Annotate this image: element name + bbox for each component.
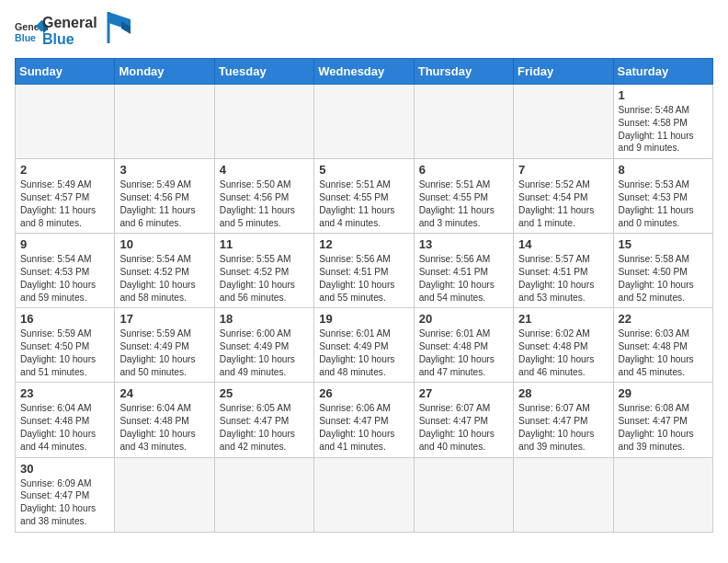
day-info: Sunrise: 6:04 AM Sunset: 4:48 PM Dayligh… xyxy=(20,402,109,453)
day-number: 13 xyxy=(419,237,508,251)
logo-blue-text: Blue xyxy=(42,31,97,48)
day-number: 5 xyxy=(319,163,408,177)
day-number: 21 xyxy=(518,312,608,326)
day-number: 14 xyxy=(518,237,608,251)
day-info: Sunrise: 6:08 AM Sunset: 4:47 PM Dayligh… xyxy=(619,402,708,453)
table-row: 30Sunrise: 6:09 AM Sunset: 4:47 PM Dayli… xyxy=(16,457,115,532)
day-info: Sunrise: 6:01 AM Sunset: 4:48 PM Dayligh… xyxy=(419,327,508,378)
day-number: 27 xyxy=(419,386,508,400)
day-number: 6 xyxy=(419,163,508,177)
day-number: 29 xyxy=(619,386,708,400)
day-info: Sunrise: 5:55 AM Sunset: 4:52 PM Dayligh… xyxy=(220,253,309,304)
table-row xyxy=(115,85,214,159)
table-row xyxy=(414,457,513,532)
day-info: Sunrise: 6:09 AM Sunset: 4:47 PM Dayligh… xyxy=(20,477,109,528)
day-number: 8 xyxy=(619,163,708,177)
day-info: Sunrise: 6:02 AM Sunset: 4:48 PM Dayligh… xyxy=(518,327,608,378)
table-row: 1Sunrise: 5:48 AM Sunset: 4:58 PM Daylig… xyxy=(613,85,712,159)
table-row xyxy=(613,457,712,532)
day-number: 15 xyxy=(619,237,708,251)
day-info: Sunrise: 5:59 AM Sunset: 4:50 PM Dayligh… xyxy=(20,327,109,378)
table-row: 6Sunrise: 5:51 AM Sunset: 4:55 PM Daylig… xyxy=(414,159,513,234)
table-row xyxy=(514,457,613,532)
day-info: Sunrise: 5:58 AM Sunset: 4:50 PM Dayligh… xyxy=(619,253,708,304)
day-number: 23 xyxy=(20,386,109,400)
day-number: 10 xyxy=(119,237,209,251)
day-info: Sunrise: 5:56 AM Sunset: 4:51 PM Dayligh… xyxy=(319,253,408,304)
col-wednesday: Wednesday xyxy=(314,59,414,85)
calendar-week-row: 16Sunrise: 5:59 AM Sunset: 4:50 PM Dayli… xyxy=(16,308,713,383)
table-row: 23Sunrise: 6:04 AM Sunset: 4:48 PM Dayli… xyxy=(16,383,115,457)
day-info: Sunrise: 5:52 AM Sunset: 4:54 PM Dayligh… xyxy=(518,178,608,229)
table-row: 16Sunrise: 5:59 AM Sunset: 4:50 PM Dayli… xyxy=(16,308,115,383)
table-row: 17Sunrise: 5:59 AM Sunset: 4:49 PM Dayli… xyxy=(115,308,214,383)
day-info: Sunrise: 6:07 AM Sunset: 4:47 PM Dayligh… xyxy=(518,402,608,453)
table-row: 10Sunrise: 5:54 AM Sunset: 4:52 PM Dayli… xyxy=(115,234,214,308)
day-info: Sunrise: 6:00 AM Sunset: 4:49 PM Dayligh… xyxy=(220,327,309,378)
table-row: 26Sunrise: 6:06 AM Sunset: 4:47 PM Dayli… xyxy=(314,383,414,457)
day-info: Sunrise: 5:54 AM Sunset: 4:53 PM Dayligh… xyxy=(20,253,109,304)
table-row: 22Sunrise: 6:03 AM Sunset: 4:48 PM Dayli… xyxy=(613,308,712,383)
day-number: 9 xyxy=(20,237,109,251)
day-number: 11 xyxy=(220,237,309,251)
day-number: 4 xyxy=(220,163,309,177)
table-row: 24Sunrise: 6:04 AM Sunset: 4:48 PM Dayli… xyxy=(115,383,214,457)
table-row: 27Sunrise: 6:07 AM Sunset: 4:47 PM Dayli… xyxy=(414,383,513,457)
logo-general-text: General xyxy=(42,15,97,31)
table-row: 11Sunrise: 5:55 AM Sunset: 4:52 PM Dayli… xyxy=(214,234,313,308)
day-info: Sunrise: 5:51 AM Sunset: 4:55 PM Dayligh… xyxy=(319,178,408,229)
day-number: 26 xyxy=(319,386,408,400)
day-number: 24 xyxy=(119,386,209,400)
table-row: 25Sunrise: 6:05 AM Sunset: 4:47 PM Dayli… xyxy=(214,383,313,457)
calendar-week-row: 30Sunrise: 6:09 AM Sunset: 4:47 PM Dayli… xyxy=(16,457,713,532)
day-info: Sunrise: 5:59 AM Sunset: 4:49 PM Dayligh… xyxy=(119,327,209,378)
table-row: 15Sunrise: 5:58 AM Sunset: 4:50 PM Dayli… xyxy=(613,234,712,308)
calendar-week-row: 1Sunrise: 5:48 AM Sunset: 4:58 PM Daylig… xyxy=(16,85,713,159)
table-row: 2Sunrise: 5:49 AM Sunset: 4:57 PM Daylig… xyxy=(16,159,115,234)
day-number: 30 xyxy=(20,462,109,476)
table-row: 13Sunrise: 5:56 AM Sunset: 4:51 PM Dayli… xyxy=(414,234,513,308)
table-row: 8Sunrise: 5:53 AM Sunset: 4:53 PM Daylig… xyxy=(613,159,712,234)
day-info: Sunrise: 5:56 AM Sunset: 4:51 PM Dayligh… xyxy=(419,253,508,304)
table-row xyxy=(16,85,115,159)
col-friday: Friday xyxy=(514,59,613,85)
table-row: 19Sunrise: 6:01 AM Sunset: 4:49 PM Dayli… xyxy=(314,308,414,383)
table-row xyxy=(214,85,313,159)
col-monday: Monday xyxy=(115,59,214,85)
col-sunday: Sunday xyxy=(16,59,115,85)
table-row: 12Sunrise: 5:56 AM Sunset: 4:51 PM Dayli… xyxy=(314,234,414,308)
day-info: Sunrise: 6:03 AM Sunset: 4:48 PM Dayligh… xyxy=(619,327,708,378)
table-row xyxy=(314,457,414,532)
col-saturday: Saturday xyxy=(613,59,712,85)
logo: General Blue General Blue xyxy=(15,15,131,47)
table-row: 29Sunrise: 6:08 AM Sunset: 4:47 PM Dayli… xyxy=(613,383,712,457)
table-row: 18Sunrise: 6:00 AM Sunset: 4:49 PM Dayli… xyxy=(214,308,313,383)
table-row xyxy=(414,85,513,159)
calendar-header-row: Sunday Monday Tuesday Wednesday Thursday… xyxy=(16,59,713,85)
page-header: General Blue General Blue xyxy=(15,15,713,47)
day-number: 25 xyxy=(220,386,309,400)
day-info: Sunrise: 5:54 AM Sunset: 4:52 PM Dayligh… xyxy=(119,253,209,304)
day-number: 28 xyxy=(518,386,608,400)
day-info: Sunrise: 6:06 AM Sunset: 4:47 PM Dayligh… xyxy=(319,402,408,453)
table-row: 5Sunrise: 5:51 AM Sunset: 4:55 PM Daylig… xyxy=(314,159,414,234)
col-thursday: Thursday xyxy=(414,59,513,85)
day-number: 17 xyxy=(119,312,209,326)
day-number: 22 xyxy=(619,312,708,326)
logo-flag-icon xyxy=(105,12,131,43)
day-info: Sunrise: 5:49 AM Sunset: 4:57 PM Dayligh… xyxy=(20,178,109,229)
table-row: 21Sunrise: 6:02 AM Sunset: 4:48 PM Dayli… xyxy=(514,308,613,383)
day-info: Sunrise: 5:57 AM Sunset: 4:51 PM Dayligh… xyxy=(518,253,608,304)
day-number: 16 xyxy=(20,312,109,326)
day-info: Sunrise: 5:50 AM Sunset: 4:56 PM Dayligh… xyxy=(220,178,309,229)
table-row xyxy=(314,85,414,159)
day-info: Sunrise: 5:51 AM Sunset: 4:55 PM Dayligh… xyxy=(419,178,508,229)
day-info: Sunrise: 6:05 AM Sunset: 4:47 PM Dayligh… xyxy=(220,402,309,453)
table-row: 7Sunrise: 5:52 AM Sunset: 4:54 PM Daylig… xyxy=(514,159,613,234)
table-row: 14Sunrise: 5:57 AM Sunset: 4:51 PM Dayli… xyxy=(514,234,613,308)
day-info: Sunrise: 6:04 AM Sunset: 4:48 PM Dayligh… xyxy=(119,402,209,453)
table-row: 28Sunrise: 6:07 AM Sunset: 4:47 PM Dayli… xyxy=(514,383,613,457)
calendar-week-row: 23Sunrise: 6:04 AM Sunset: 4:48 PM Dayli… xyxy=(16,383,713,457)
table-row: 9Sunrise: 5:54 AM Sunset: 4:53 PM Daylig… xyxy=(16,234,115,308)
calendar-week-row: 2Sunrise: 5:49 AM Sunset: 4:57 PM Daylig… xyxy=(16,159,713,234)
